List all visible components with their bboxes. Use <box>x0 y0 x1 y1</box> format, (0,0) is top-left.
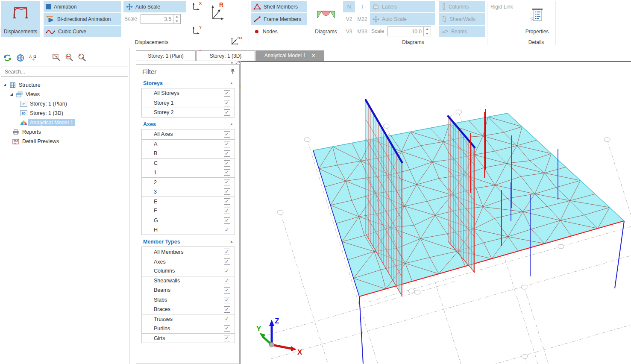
checkbox[interactable]: ✓ <box>224 316 230 322</box>
views-icon <box>15 91 24 97</box>
filter-row-label: Beams <box>142 287 170 293</box>
force-m33-button[interactable]: M33 <box>356 26 368 37</box>
checkbox[interactable]: ✓ <box>224 258 230 265</box>
filter-row-label: Girts <box>142 335 165 341</box>
zoom-previous-button[interactable] <box>64 52 75 63</box>
force-v2-button[interactable]: V2 <box>343 13 355 25</box>
tree-item-views[interactable]: Views <box>0 90 128 99</box>
force-v3-button[interactable]: V3 <box>343 26 355 37</box>
nodes-icon <box>255 30 258 33</box>
checkbox[interactable]: ✓ <box>224 179 230 185</box>
checkbox[interactable]: ✓ <box>224 141 230 147</box>
detail-previews-icon <box>11 139 21 144</box>
cubic-curve-button[interactable]: Cubic Curve <box>44 26 121 37</box>
checkbox[interactable]: ✓ <box>224 90 230 97</box>
diagrams-auto-scale-button[interactable]: Auto Scale <box>370 13 435 25</box>
filter-section-header[interactable]: Storeys▲ <box>141 78 235 88</box>
checkbox[interactable]: ✓ <box>224 100 230 106</box>
beams-toggle-button[interactable]: Beams <box>439 26 485 37</box>
checkbox[interactable]: ✓ <box>224 249 230 255</box>
checkbox[interactable]: ✓ <box>224 208 230 214</box>
model-viewport[interactable]: ZYX <box>241 61 631 364</box>
spinner-down-icon[interactable] <box>173 19 180 24</box>
shell-members-button[interactable]: Shell Members <box>251 1 307 12</box>
filter-section-header[interactable]: Axes▲ <box>141 119 235 129</box>
properties-big-button[interactable]: Properties <box>522 1 552 37</box>
search-input[interactable] <box>1 69 128 75</box>
zoom-window-button[interactable] <box>51 52 62 63</box>
tree-item-detail-previews[interactable]: Detail Previews <box>0 137 128 146</box>
displacement-r-button[interactable]: R <box>209 1 228 25</box>
force-t-button[interactable]: T <box>356 1 368 12</box>
tab-label: Analytical Model 1 <box>264 53 306 59</box>
axes-globe-button[interactable] <box>15 52 26 63</box>
spinner-down-icon[interactable] <box>424 32 431 36</box>
analytical-model-icon <box>19 120 28 126</box>
spinner-up-icon[interactable] <box>173 15 180 19</box>
frame-members-button[interactable]: Frame Members <box>251 13 307 25</box>
zoom-extents-button[interactable] <box>77 52 88 63</box>
checkbox[interactable]: ✓ <box>224 287 230 294</box>
shearwalls-toggle-button[interactable]: ShearWalls <box>439 13 485 25</box>
checkbox[interactable]: ✓ <box>224 297 230 303</box>
columns-toggle-button[interactable]: Columns <box>439 1 485 12</box>
filter-row-label: 2 <box>142 179 157 185</box>
filter-row-label: All Axes <box>142 131 173 137</box>
analytical-model-canvas[interactable]: ZYX <box>241 62 631 364</box>
tab-storey-3d[interactable]: Storey: 1 (3D) <box>196 50 255 61</box>
checkbox[interactable]: ✓ <box>224 278 230 284</box>
tree-item-storey-plan[interactable]: P Storey: 1 (Plan) <box>0 99 128 109</box>
diagrams-big-button[interactable]: Diagrams <box>311 1 341 37</box>
displacement-rx-button[interactable]: RX <box>229 35 247 47</box>
axis-labels-button[interactable]: A 1 <box>27 52 38 63</box>
tree-item-label: Structure <box>17 82 42 88</box>
animation-button[interactable]: Animation <box>44 1 121 12</box>
checkbox[interactable]: ✓ <box>224 169 230 176</box>
diagrams-scale-input[interactable] <box>388 27 423 36</box>
tree-item-reports[interactable]: Reports <box>0 127 128 137</box>
checkbox[interactable]: ✓ <box>224 150 230 157</box>
checkbox[interactable]: ✓ <box>224 131 230 138</box>
pin-icon[interactable] <box>230 68 235 74</box>
refresh-button[interactable] <box>2 52 13 63</box>
group-separator <box>249 1 249 45</box>
checkbox[interactable]: ✓ <box>224 217 230 224</box>
tree-item-structure[interactable]: Structure <box>0 80 128 90</box>
displacements-auto-scale-button[interactable]: Auto Scale <box>123 1 186 12</box>
checkbox[interactable]: ✓ <box>224 160 230 167</box>
displacements-big-button[interactable]: Displacements <box>1 1 40 37</box>
tab-storey-plan[interactable]: Storey: 1 (Plan) <box>136 50 196 61</box>
checkbox[interactable]: ✓ <box>224 335 230 341</box>
displacement-x-button[interactable]: X <box>191 1 207 12</box>
checkbox[interactable]: ✓ <box>224 109 230 116</box>
checkbox[interactable]: ✓ <box>224 188 230 195</box>
spinner-up-icon[interactable] <box>424 27 431 32</box>
expander-icon[interactable] <box>9 93 15 96</box>
nodes-button[interactable]: Nodes <box>251 26 307 37</box>
tree-item-storey-3d[interactable]: 3D Storey: 1 (3D) <box>0 109 128 118</box>
displacement-y-button[interactable]: Y <box>191 25 207 36</box>
checkbox[interactable]: ✓ <box>224 227 230 233</box>
force-m22-button[interactable]: M22 <box>356 13 368 25</box>
rigid-link-button[interactable]: Rigid Link <box>488 1 517 12</box>
checkbox[interactable]: ✓ <box>224 268 230 274</box>
checkbox[interactable]: ✓ <box>224 325 230 332</box>
tree-item-analytical-model[interactable]: Analytical Model 1 <box>0 118 128 127</box>
axis-rx-label: RX <box>238 36 243 40</box>
filter-section-header[interactable]: Member Types▲ <box>141 237 235 247</box>
diagram-labels-button[interactable]: Labels <box>370 1 435 12</box>
expander-icon[interactable] <box>2 84 8 86</box>
displacements-scale-input[interactable] <box>141 15 173 23</box>
force-n-button[interactable]: N <box>343 1 355 12</box>
collapse-icon[interactable]: ▲ <box>230 81 233 85</box>
bidirectional-animation-button[interactable]: Bi-directional Animation <box>44 13 121 25</box>
document-tab-strip: Storey: 1 (Plan) Storey: 1 (3D) Analytic… <box>132 50 631 61</box>
checkbox[interactable]: ✓ <box>224 198 230 205</box>
collapse-icon[interactable]: ▲ <box>230 240 233 244</box>
filter-row: A✓ <box>142 139 235 149</box>
close-icon[interactable]: × <box>312 53 315 59</box>
plan-view-icon: P <box>19 101 28 107</box>
collapse-icon[interactable]: ▲ <box>230 122 233 126</box>
tab-analytical-model[interactable]: Analytical Model 1× <box>255 50 324 61</box>
checkbox[interactable]: ✓ <box>224 306 230 313</box>
